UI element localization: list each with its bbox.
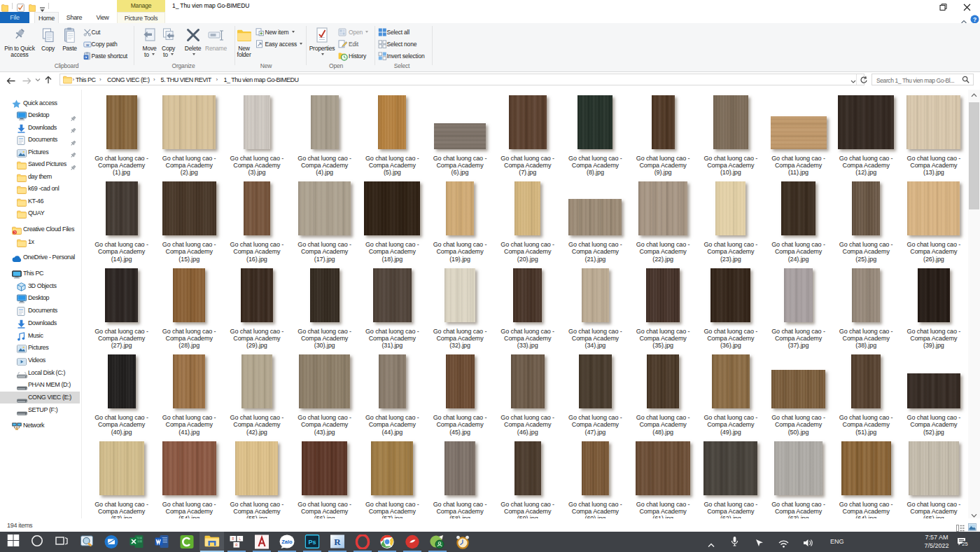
svg-text:Ps: Ps [308, 539, 316, 546]
svg-text:Zalo: Zalo [281, 539, 293, 545]
svg-text:25: 25 [962, 541, 967, 547]
svg-text:?: ? [973, 16, 976, 23]
svg-text:L: L [239, 537, 241, 541]
svg-text:R: R [334, 537, 341, 547]
